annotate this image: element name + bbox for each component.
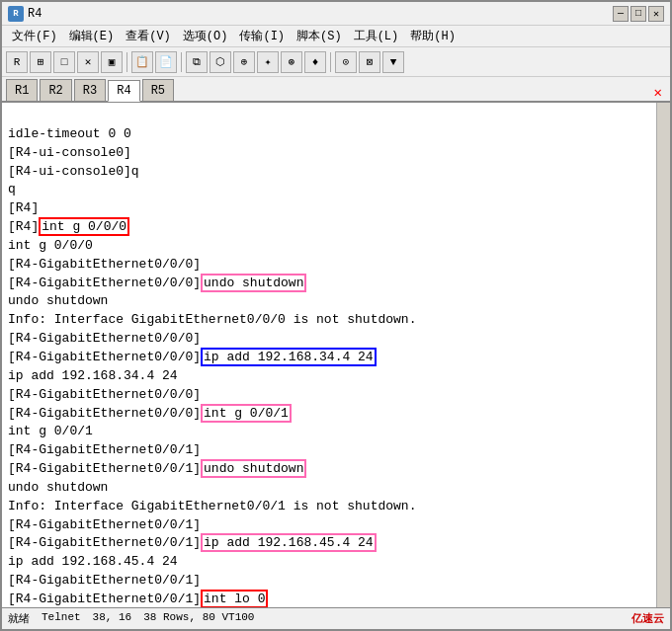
toolbar-btn-10[interactable]: ⊕ [233,51,255,73]
line-23: [R4-GigabitEthernet0/0/1]ip add 192.168.… [8,533,377,552]
line-14: ip add 192.168.34.4 24 [8,368,178,383]
line-9: [R4-GigabitEthernet0/0/0]undo shutdown [8,274,306,292]
line-3: [R4-ui-console0]q [8,164,139,179]
toolbar-btn-12[interactable]: ⊛ [281,51,302,73]
tab-r3[interactable]: R3 [74,79,106,101]
line-25: [R4-GigabitEthernet0/0/1] [8,573,201,588]
menu-tools[interactable]: 工具(L) [348,27,405,45]
status-state: 就绪 [8,611,30,626]
tab-r5[interactable]: R5 [142,79,174,101]
tab-r2[interactable]: R2 [40,79,71,101]
toolbar-btn-4[interactable]: ✕ [77,51,99,73]
line-1: idle-timeout 0 0 [8,126,131,141]
menu-bar: 文件(F) 编辑(E) 查看(V) 选项(O) 传输(I) 脚本(S) 工具(L… [2,26,670,47]
toolbar-btn-14[interactable]: ⊙ [335,51,357,73]
toolbar-sep-1 [126,52,127,72]
highlight-undo-shutdown-2: undo shutdown [201,459,306,478]
app-icon: R [8,6,24,22]
menu-options[interactable]: 选项(O) [177,27,234,45]
toolbar-sep-2 [181,52,182,72]
menu-file[interactable]: 文件(F) [6,27,63,45]
line-16: [R4-GigabitEthernet0/0/0]int g 0/0/1 [8,404,292,423]
maximize-button[interactable]: □ [630,6,646,22]
line-6: [R4]int g 0/0/0 [8,217,129,236]
toolbar-btn-3[interactable]: □ [53,51,75,73]
tab-close-icon[interactable]: ✕ [654,84,662,101]
line-17: int g 0/0/1 [8,424,93,438]
line-15: [R4-GigabitEthernet0/0/0] [8,387,201,402]
toolbar-btn-9[interactable]: ⬡ [210,51,231,73]
toolbar-btn-1[interactable]: R [6,51,28,73]
toolbar: R ⊞ □ ✕ ▣ 📋 📄 ⧉ ⬡ ⊕ ✦ ⊛ ♦ ⊙ ⊠ ▼ [2,47,670,77]
highlight-int-g-0-0-0: int g 0/0/0 [39,217,129,236]
menu-script[interactable]: 脚本(S) [291,27,348,45]
line-11: Info: Interface GigabitEthernet0/0/0 is … [8,312,416,327]
line-12: [R4-GigabitEthernet0/0/0] [8,331,201,346]
main-window: R R4 — □ ✕ 文件(F) 编辑(E) 查看(V) 选项(O) 传输(I)… [0,0,672,631]
window-title: R4 [28,7,42,21]
line-5: [R4] [8,200,39,215]
menu-edit[interactable]: 编辑(E) [63,27,121,45]
tab-r4[interactable]: R4 [108,80,139,102]
highlight-undo-shutdown-1: undo shutdown [201,274,306,292]
title-bar-left: R R4 [8,6,42,22]
status-bar: 就绪 Telnet 38, 16 38 Rows, 80 VT100 亿速云 [2,607,670,629]
line-21: Info: Interface GigabitEthernet0/0/1 is … [8,499,416,513]
menu-help[interactable]: 帮助(H) [404,27,462,45]
line-19: [R4-GigabitEthernet0/0/1]undo shutdown [8,459,306,478]
highlight-int-g-0-0-1: int g 0/0/1 [201,404,292,423]
status-right: 亿速云 [631,611,664,626]
line-18: [R4-GigabitEthernet0/0/1] [8,442,201,457]
toolbar-btn-15[interactable]: ⊠ [359,51,380,73]
toolbar-btn-16[interactable]: ▼ [382,51,404,73]
tab-r1[interactable]: R1 [6,79,38,101]
line-22: [R4-GigabitEthernet0/0/1] [8,517,201,532]
title-controls: — □ ✕ [613,6,664,22]
minimize-button[interactable]: — [613,6,629,22]
line-24: ip add 192.168.45.4 24 [8,554,178,569]
close-button[interactable]: ✕ [648,6,664,22]
toolbar-btn-2[interactable]: ⊞ [30,51,51,73]
terminal-area[interactable]: idle-timeout 0 0 [R4-ui-console0] [R4-ui… [2,103,670,607]
line-10: undo shutdown [8,293,108,308]
highlight-int-lo-0: int lo 0 [201,590,268,607]
toolbar-btn-13[interactable]: ♦ [304,51,326,73]
line-2: [R4-ui-console0] [8,145,131,160]
menu-view[interactable]: 查看(V) [120,27,177,45]
toolbar-sep-3 [330,52,331,72]
toolbar-btn-8[interactable]: ⧉ [186,51,208,73]
status-protocol: Telnet [42,611,81,626]
status-logo: 亿速云 [631,611,664,626]
highlight-ip-add-34: ip add 192.168.34.4 24 [201,348,377,366]
toolbar-btn-5[interactable]: ▣ [101,51,123,73]
status-left: 就绪 Telnet 38, 16 38 Rows, 80 VT100 [8,611,254,626]
status-position: 38, 16 [93,611,132,626]
toolbar-btn-11[interactable]: ✦ [257,51,279,73]
line-13: [R4-GigabitEthernet0/0/0]ip add 192.168.… [8,348,377,366]
toolbar-btn-6[interactable]: 📋 [131,51,153,73]
toolbar-btn-7[interactable]: 📄 [155,51,177,73]
title-bar: R R4 — □ ✕ [2,2,670,26]
menu-transfer[interactable]: 传输(I) [233,27,291,45]
terminal-content: idle-timeout 0 0 [R4-ui-console0] [R4-ui… [8,107,664,607]
line-26: [R4-GigabitEthernet0/0/1]int lo 0 [8,590,268,607]
line-7: int g 0/0/0 [8,238,93,253]
line-4: q [8,182,16,197]
line-20: undo shutdown [8,480,108,495]
scrollbar[interactable] [656,103,670,607]
highlight-ip-add-45: ip add 192.168.45.4 24 [201,533,377,552]
tab-bar: R1 R2 R3 R4 R5 ✕ [2,77,670,103]
status-size: 38 Rows, 80 VT100 [143,611,254,626]
line-8: [R4-GigabitEthernet0/0/0] [8,257,201,272]
